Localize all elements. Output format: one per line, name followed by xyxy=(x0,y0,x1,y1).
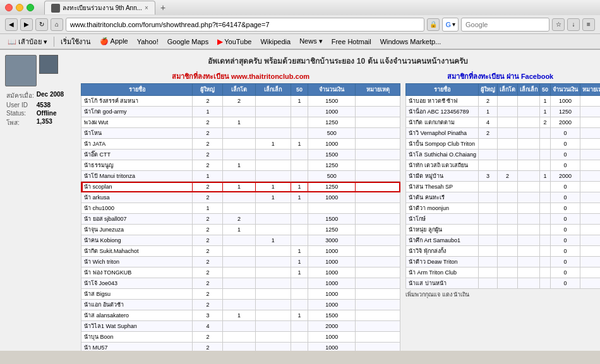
cell-note xyxy=(356,235,400,246)
cell-note xyxy=(580,96,600,107)
cell-name: น้าส alansakatero xyxy=(81,310,193,321)
cell-note xyxy=(356,267,400,278)
back-button[interactable]: ◀ xyxy=(5,18,18,31)
cell-fifty xyxy=(540,246,551,257)
cell-adult xyxy=(479,257,498,267)
bookmark-item-windows[interactable]: Windows Marketp... xyxy=(378,37,444,46)
minimize-button[interactable] xyxy=(16,4,23,11)
bookmark-item-hotmail[interactable]: Free Hotmail xyxy=(329,37,374,46)
forward-button[interactable]: ▶ xyxy=(20,18,33,31)
bookmark-item-apple[interactable]: 🍎 Apple xyxy=(97,37,131,46)
cell-adult xyxy=(479,192,498,203)
window-chrome: ลงทะเบียนร่วมงาน 9th Ann... × + ◀ ▶ ↻ ⌂ … xyxy=(0,0,600,50)
toolbar-button-3[interactable]: ≡ xyxy=(582,18,595,31)
cell-note xyxy=(356,107,400,117)
cell-name: น้าสน Thesah SP xyxy=(406,182,479,192)
cell-note xyxy=(580,192,600,203)
cell-child xyxy=(518,235,540,246)
cell-adult xyxy=(479,160,498,171)
cell-fifty xyxy=(291,203,308,214)
cell-adult xyxy=(479,225,498,235)
home-button[interactable]: ⌂ xyxy=(51,18,63,31)
new-tab-button[interactable]: + xyxy=(155,1,171,15)
table-row: น้าจุน Junezuza 2 1 1250 xyxy=(81,225,400,235)
url-input[interactable] xyxy=(66,18,424,32)
cell-teen: 1 xyxy=(223,225,255,235)
bookmark-item-youtube[interactable]: ▶ YouTube xyxy=(215,37,254,47)
cell-amount: 0 xyxy=(551,160,580,171)
cell-name: น้าโจ้ Joe043 xyxy=(81,278,193,289)
cell-note xyxy=(356,257,400,267)
cell-amount: 1000 xyxy=(308,300,356,310)
bookmark-item-yahoo[interactable]: Yahoo! xyxy=(135,37,161,46)
cell-adult: 2 xyxy=(193,343,223,351)
r-col-header-name: รายชื่อ xyxy=(406,84,479,96)
table-row: น้ากีต Sukit.Mahachot 2 1 1000 xyxy=(81,246,400,257)
table-row: น้าโล Suthichai O.Chaiang 0 xyxy=(406,150,601,160)
cell-child xyxy=(255,343,291,351)
table-row: น้าคน Kobiong 2 1 3000 xyxy=(81,235,400,246)
toolbar-button-2[interactable]: ↓ xyxy=(567,18,580,31)
search-engine-selector[interactable]: G ▾ xyxy=(442,18,459,32)
avatar-box xyxy=(5,55,75,86)
cell-amount: 1000 xyxy=(551,96,580,107)
refresh-button[interactable]: ↻ xyxy=(35,18,48,31)
page-content: สมัครเมื่อ: Dec 2008 User ID 4538 Status… xyxy=(0,50,600,351)
cell-fifty: 1 xyxy=(291,257,308,267)
table-row: น้ามีด หมู่บ้าน 3 2 1 2000 xyxy=(406,171,601,182)
cell-teen xyxy=(498,214,518,225)
active-tab[interactable]: ลงทะเบียนร่วมงาน 9th Ann... × xyxy=(44,1,155,15)
cell-note xyxy=(356,160,400,171)
cell-child: 1 xyxy=(255,235,291,246)
cell-name: น้ากีต Sukit.Mahachot xyxy=(81,246,193,257)
cell-child xyxy=(255,160,291,171)
toolbar-button-1[interactable]: ☆ xyxy=(552,18,565,31)
search-input[interactable] xyxy=(461,18,549,32)
cell-name: น้า arkusa xyxy=(81,192,193,203)
r-col-header-child: เล็กเล็ก xyxy=(518,84,540,96)
cell-adult: 2 xyxy=(193,96,223,107)
cell-name: พวงผ Wut xyxy=(81,117,193,128)
cell-teen xyxy=(498,192,518,203)
cell-amount: 0 xyxy=(551,192,580,203)
cell-name: น้าตีาว Deaw Triton xyxy=(406,257,479,267)
cell-note xyxy=(356,192,400,203)
table-row: น้า พ่อง TONGKUB 2 1 1000 xyxy=(81,267,400,278)
cell-fifty xyxy=(540,139,551,150)
tab-close-button[interactable]: × xyxy=(145,4,148,11)
cell-name: น้ามีด หมู่บ้าน xyxy=(406,171,479,182)
cell-note xyxy=(356,182,400,192)
cell-name: น้า chu1000 xyxy=(81,203,193,214)
table-row: น้าโหน 2 500 xyxy=(81,128,400,139)
cell-amount: 1000 xyxy=(308,289,356,300)
maximize-button[interactable] xyxy=(27,4,34,11)
cell-teen: 2 xyxy=(498,171,518,182)
joined-label: สมัครเมื่อ: xyxy=(5,90,35,101)
table-row: น้าหนุ่ย ลูกผู้น 0 xyxy=(406,225,601,235)
cell-fifty xyxy=(540,278,551,289)
cell-note xyxy=(580,107,600,117)
cell-note xyxy=(356,310,400,321)
table-row: น้ากีต แตกเกตตาม 4 2 2000 xyxy=(406,117,601,128)
table-row: น้าน็อก ABC 123456789 1 1 1250 xyxy=(406,107,601,117)
cell-teen xyxy=(223,321,255,332)
bookmark-item-wikipedia[interactable]: Wikipedia xyxy=(258,37,293,46)
cell-teen xyxy=(223,128,255,139)
cell-child xyxy=(518,128,540,139)
cell-name: น้าอิ๊ต CTT xyxy=(81,150,193,160)
cell-amount: 2000 xyxy=(551,171,580,182)
cell-name: น้า ยอส sjball007 xyxy=(81,214,193,225)
close-button[interactable] xyxy=(5,4,13,11)
bookmark-item-googlemaps[interactable]: Google Maps xyxy=(165,37,211,46)
cell-fifty xyxy=(291,225,308,235)
cell-adult: 2 xyxy=(193,300,223,310)
cell-fifty xyxy=(291,160,308,171)
bookmark-item-start[interactable]: เริ่มใช้งาน xyxy=(58,35,93,48)
cell-name: น้าคน Kobiong xyxy=(81,235,193,246)
cell-teen xyxy=(223,192,255,203)
col-header-child: เล็กเล็ก xyxy=(255,84,291,96)
bookmark-item-news[interactable]: News ▾ xyxy=(297,37,325,46)
cell-note xyxy=(580,117,600,128)
bookmark-item-saoboi[interactable]: 📖 เส้าบ้อย ▾ xyxy=(5,35,50,48)
cell-adult: 1 xyxy=(193,107,223,117)
